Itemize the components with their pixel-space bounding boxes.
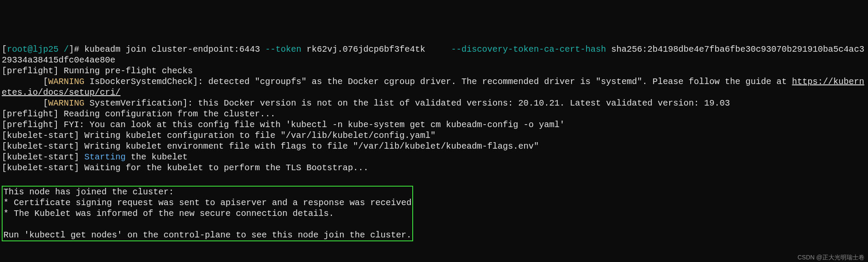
box-cert-request: * Certificate signing request was sent t… — [3, 198, 411, 208]
prompt-bracket: [ — [2, 44, 7, 54]
cmd-prefix: kubeadm join cluster-endpoint:6443 — [84, 44, 265, 54]
out-kubelet-config: [kubelet-start] Writing kubelet configur… — [2, 131, 436, 140]
terminal-output: [root@ljp25 /]# kubeadm join cluster-end… — [2, 44, 866, 241]
out-kubelet-start-prefix: [kubelet-start] — [2, 152, 84, 162]
out-preflight-fyi: [preflight] FYI: You can look at this co… — [2, 120, 565, 130]
flag-token: --token — [265, 44, 301, 54]
warning-label: WARNING — [48, 77, 84, 87]
out-kubelet-start-suffix: the kubelet — [126, 152, 188, 162]
out-preflight-running: [preflight] Running pre-flight checks — [2, 66, 193, 76]
warn-system-verification: SystemVerification]: this Docker version… — [84, 98, 730, 108]
box-joined: This node has joined the cluster: — [3, 187, 174, 197]
flag-hash: --discovery-token-ca-cert-hash — [451, 44, 606, 54]
out-preflight-reading: [preflight] Reading configuration from t… — [2, 109, 275, 119]
box-run-cmd: Run 'kubectl get nodes' on the control-p… — [3, 230, 411, 240]
token-value: rk62vj.076jdcp6bf3fe4tk — [301, 44, 451, 54]
prompt-bracket-close: ]# — [69, 44, 84, 54]
prompt-user-host: root@ljp25 / — [7, 44, 69, 54]
watermark-text: CSDN @正大光明瑞士卷 — [797, 254, 865, 262]
box-kubelet-informed: * The Kubelet was informed of the new se… — [3, 209, 334, 218]
starting-word: Starting — [84, 152, 126, 162]
out-kubelet-waiting: [kubelet-start] Waiting for the kubelet … — [2, 163, 368, 173]
warn-prefix: [ — [2, 77, 48, 87]
success-box: This node has joined the cluster: * Cert… — [2, 186, 413, 241]
out-kubelet-env: [kubelet-start] Writing kubelet environm… — [2, 141, 539, 151]
warn-prefix: [ — [2, 98, 48, 108]
warning-label: WARNING — [48, 98, 84, 108]
warn-docker-cgroup: IsDockerSystemdCheck]: detected "cgroupf… — [84, 77, 792, 87]
